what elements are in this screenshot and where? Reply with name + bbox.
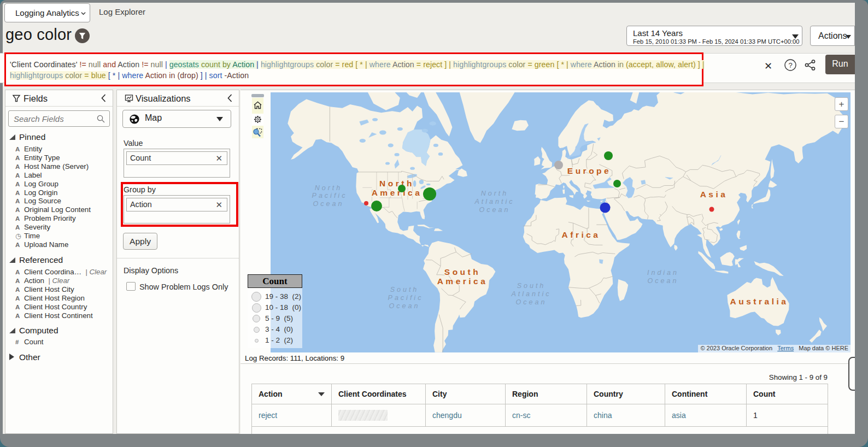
svg-text:America: America — [372, 188, 423, 197]
svg-text:Australia: Australia — [730, 297, 789, 306]
svg-text:?: ? — [788, 61, 792, 69]
svg-text:Europe: Europe — [567, 166, 611, 175]
svg-text:Atlantic: Atlantic — [511, 290, 552, 298]
svg-text:Atlantic: Atlantic — [474, 198, 515, 205]
svg-text:America: America — [437, 277, 488, 286]
svg-text:Ocean: Ocean — [516, 298, 547, 306]
svg-text:Ocean: Ocean — [389, 302, 420, 310]
svg-text:Ocean: Ocean — [313, 200, 344, 208]
svg-text:North: North — [379, 179, 414, 188]
svg-text:Pacific: Pacific — [312, 192, 348, 199]
svg-text:North: North — [481, 190, 509, 197]
svg-text:South: South — [444, 267, 480, 277]
svg-text:South: South — [390, 286, 419, 293]
svg-text:Ocean: Ocean — [648, 277, 679, 285]
svg-text:Ocean: Ocean — [479, 206, 511, 214]
svg-text:North: North — [315, 184, 343, 192]
svg-text:South: South — [517, 282, 546, 290]
svg-text:Asia: Asia — [700, 190, 728, 199]
svg-text:Pacific: Pacific — [388, 294, 424, 302]
svg-text:Indian: Indian — [647, 269, 679, 277]
svg-text:Africa: Africa — [562, 230, 601, 239]
